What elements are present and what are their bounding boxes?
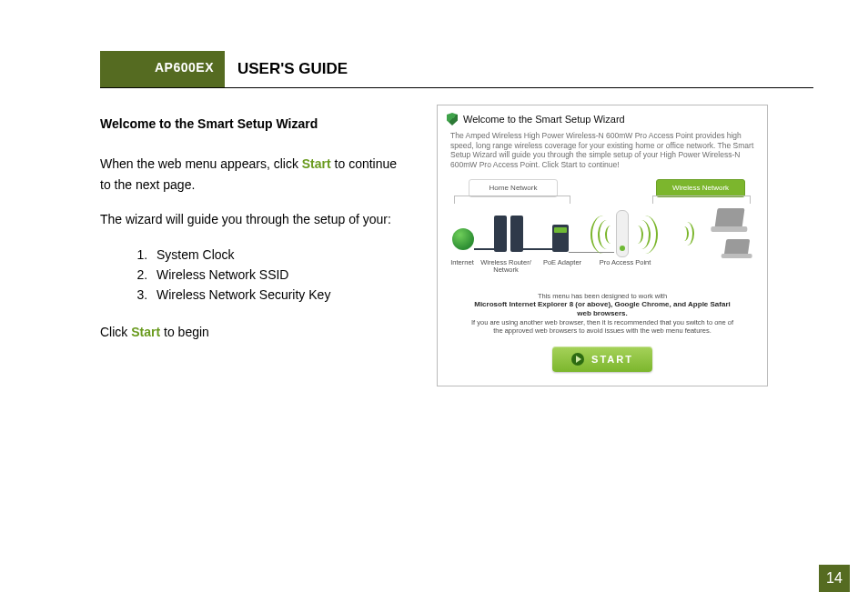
paragraph-1: When the web menu appears, click Start t… — [100, 154, 409, 195]
wifi-waves-icon — [587, 216, 616, 254]
wire-icon — [521, 248, 552, 250]
start-button-label: START — [591, 354, 633, 365]
list-item: Wireless Network Security Key — [151, 285, 409, 305]
network-diagram: Home Network Wireless Network — [450, 179, 754, 286]
start-keyword: Start — [302, 156, 331, 171]
paragraph-2: The wizard will guide you through the se… — [100, 209, 409, 229]
device-label-poe: PoE Adapter — [530, 259, 594, 266]
device-label-ap: Pro Access Point — [589, 259, 661, 266]
text: Click — [100, 325, 131, 339]
text: to begin — [160, 325, 209, 339]
router-icon — [494, 216, 507, 252]
browser-note: This menu has been designed to work with… — [443, 292, 762, 336]
laptop-icon — [714, 208, 744, 228]
home-network-label: Home Network — [469, 179, 558, 197]
internet-globe-icon — [452, 228, 474, 250]
note-line: This menu has been designed to work with — [470, 292, 734, 300]
instruction-column: Welcome to the Smart Setup Wizard When t… — [100, 105, 409, 386]
start-keyword: Start — [131, 325, 160, 339]
section-subhead: Welcome to the Smart Setup Wizard — [100, 114, 409, 134]
shield-icon — [447, 113, 458, 125]
text: When the web menu appears, click — [100, 156, 302, 171]
list-item: Wireless Network SSID — [151, 265, 409, 285]
router-icon — [510, 216, 523, 252]
wifi-waves-icon — [632, 216, 661, 254]
wifi-waves-icon — [680, 216, 707, 254]
wizard-title-row: Welcome to the Smart Setup Wizard — [443, 111, 762, 131]
page-header: AP600EX USER'S GUIDE — [100, 51, 813, 88]
wizard-description: The Amped Wireless High Power Wireless-N… — [443, 131, 762, 176]
access-point-icon — [616, 210, 629, 257]
note-line: If you are using another web browser, th… — [470, 318, 734, 336]
wizard-title: Welcome to the Smart Setup Wizard — [463, 114, 625, 125]
play-icon — [571, 353, 584, 366]
wizard-screenshot: Welcome to the Smart Setup Wizard The Am… — [437, 105, 768, 386]
setup-steps-list: System Clock Wireless Network SSID Wirel… — [100, 245, 409, 306]
laptop-icon — [724, 239, 751, 256]
wire-icon — [474, 248, 494, 250]
model-badge: AP600EX — [100, 51, 225, 87]
guide-title: USER'S GUIDE — [225, 51, 348, 87]
note-line-bold: Microsoft Internet Explorer 8 (or above)… — [470, 300, 734, 318]
page-number: 14 — [819, 565, 850, 592]
device-label-router: Wireless Router/ Network — [474, 259, 538, 275]
bracket-icon — [454, 196, 570, 204]
closing-line: Click Start to begin — [100, 322, 409, 342]
bracket-icon — [652, 196, 751, 204]
start-button[interactable]: START — [552, 346, 652, 372]
wireless-network-label: Wireless Network — [656, 179, 745, 197]
poe-adapter-icon — [552, 225, 569, 252]
list-item: System Clock — [151, 245, 409, 265]
